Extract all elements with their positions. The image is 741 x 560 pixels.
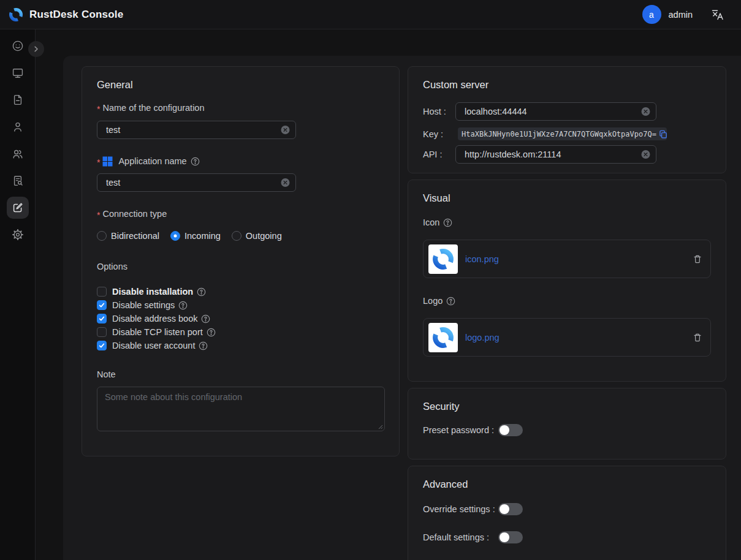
help-icon[interactable]	[178, 301, 188, 310]
required-asterisk: *	[97, 156, 100, 168]
sidebar-item-configurations[interactable]	[7, 197, 29, 219]
name-input[interactable]	[97, 121, 296, 139]
default-settings-toggle[interactable]	[498, 531, 523, 543]
preset-password-label: Preset password :	[423, 425, 498, 435]
clear-icon[interactable]	[281, 126, 290, 135]
api-input[interactable]	[455, 145, 656, 164]
host-label: Host :	[423, 107, 455, 116]
radio-outgoing[interactable]: Outgoing	[232, 231, 282, 241]
sidebar-item-users[interactable]	[7, 116, 29, 138]
translate-icon[interactable]	[711, 9, 723, 21]
checkbox-disable-settings[interactable]: Disable settings	[97, 298, 384, 312]
clear-icon[interactable]	[641, 150, 650, 159]
sidebar-item-dashboard[interactable]	[7, 35, 29, 57]
sidebar	[0, 29, 36, 560]
trash-icon[interactable]	[693, 333, 702, 342]
options-checkboxes: Disable installation Disable settings Di…	[97, 285, 384, 352]
resize-handle-icon[interactable]	[378, 424, 383, 429]
key-label: Key :	[423, 129, 455, 139]
windows-icon	[102, 156, 113, 167]
security-title: Security	[423, 388, 711, 412]
sidebar-item-devices[interactable]	[7, 62, 29, 84]
checkbox-disable-tcp-listen-port[interactable]: Disable TCP listen port	[97, 325, 384, 339]
main-content: General * Name of the configuration *	[63, 56, 741, 560]
host-input[interactable]	[455, 102, 656, 121]
trash-icon[interactable]	[693, 254, 702, 264]
logo-thumbnail	[428, 323, 458, 352]
security-card: Security Preset password :	[408, 388, 726, 460]
app-title: RustDesk Console	[29, 9, 123, 21]
clear-icon[interactable]	[641, 107, 650, 116]
key-value: HtaXBkJNHyn0e1U1jWXze7A7CN7QTGWqxkOtpaVp…	[462, 130, 656, 138]
clear-icon[interactable]	[281, 178, 290, 187]
api-label: API :	[423, 149, 455, 159]
sidebar-item-settings[interactable]	[7, 224, 29, 246]
host-input-wrap	[455, 102, 656, 121]
help-icon[interactable]	[197, 287, 206, 297]
key-value-box: HtaXBkJNHyn0e1U1jWXze7A7CN7QTGWqxkOtpaVp…	[458, 127, 667, 140]
connection-type-radios: Bidirectional Incoming Outgoing	[97, 230, 384, 242]
note-textarea-wrap	[97, 387, 385, 431]
required-asterisk: *	[97, 209, 100, 221]
app-input-wrap	[97, 173, 296, 192]
name-label: * Name of the configuration	[97, 102, 384, 114]
avatar[interactable]: a	[642, 5, 661, 24]
options-label: Options	[97, 260, 384, 273]
app-header: RustDesk Console a admin	[0, 0, 741, 29]
sidebar-item-audit-logs[interactable]	[7, 170, 29, 192]
copy-icon[interactable]	[659, 130, 667, 138]
app-name-input[interactable]	[97, 173, 296, 192]
visual-title: Visual	[423, 180, 711, 204]
general-title: General	[97, 67, 384, 91]
help-icon[interactable]	[201, 314, 210, 324]
advanced-card: Advanced Override settings : Default set…	[408, 466, 726, 560]
sidebar-collapse-button[interactable]	[28, 41, 44, 57]
checkbox-disable-user-account[interactable]: Disable user account	[97, 339, 384, 352]
api-input-wrap	[455, 145, 656, 164]
username[interactable]: admin	[669, 10, 693, 20]
note-textarea[interactable]	[97, 387, 385, 431]
checkbox-disable-installation[interactable]: Disable installation	[97, 285, 384, 298]
name-input-wrap	[97, 121, 296, 139]
icon-file-link[interactable]: icon.png	[465, 254, 499, 264]
sidebar-item-groups[interactable]	[7, 143, 29, 165]
icon-file-item: icon.png	[423, 240, 711, 278]
logo-file-item: logo.png	[423, 318, 711, 357]
help-icon[interactable]	[207, 328, 216, 337]
visual-card: Visual Icon icon.png	[408, 180, 726, 382]
connection-type-label: * Connection type	[97, 208, 384, 220]
advanced-title: Advanced	[423, 466, 711, 490]
help-icon[interactable]	[191, 157, 200, 166]
preset-password-toggle[interactable]	[498, 424, 523, 436]
custom-server-title: Custom server	[423, 67, 711, 91]
radio-incoming[interactable]: Incoming	[170, 231, 221, 241]
icon-label: Icon	[423, 216, 711, 229]
logo-file-link[interactable]: logo.png	[465, 333, 500, 342]
app-name-label: * Application name	[97, 155, 384, 167]
icon-thumbnail	[428, 244, 458, 274]
logo-label: Logo	[423, 295, 711, 307]
help-icon[interactable]	[199, 341, 208, 350]
override-settings-label: Override settings :	[423, 504, 498, 514]
help-icon[interactable]	[446, 297, 455, 306]
checkbox-disable-address-book[interactable]: Disable address book	[97, 312, 384, 325]
sidebar-item-documents[interactable]	[7, 89, 29, 111]
general-card: General * Name of the configuration *	[82, 66, 400, 456]
custom-server-card: Custom server Host : Key : HtaXBkJNHyn0e…	[408, 66, 726, 173]
required-asterisk: *	[97, 103, 100, 115]
rustdesk-logo-icon	[8, 7, 24, 23]
override-settings-toggle[interactable]	[498, 503, 523, 515]
note-label: Note	[97, 368, 384, 380]
radio-bidirectional[interactable]: Bidirectional	[97, 231, 159, 241]
default-settings-label: Default settings :	[423, 532, 498, 542]
help-icon[interactable]	[443, 218, 452, 227]
